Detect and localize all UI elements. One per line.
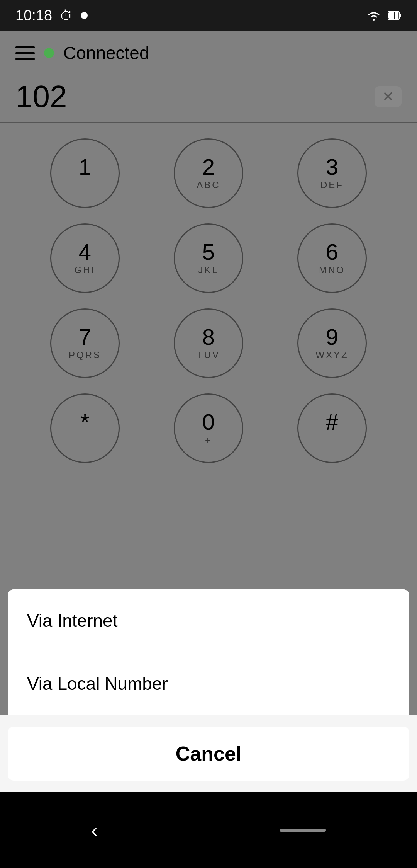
key-5[interactable]: 5 JKL [174,223,243,293]
keypad-row-3: 7 PQRS 8 TUV 9 WXYZ [23,308,394,378]
cancel-button[interactable]: Cancel [8,727,409,781]
svg-rect-2 [399,14,401,17]
key-0[interactable]: 0 + [174,393,243,463]
via-local-number-option[interactable]: Via Local Number [8,652,409,715]
dialer-display: 102 [15,79,375,114]
backspace-button[interactable]: ✕ [375,86,402,107]
key-8[interactable]: 8 TUV [174,308,243,378]
backspace-icon: ✕ [382,89,394,105]
key-3[interactable]: 3 DEF [297,138,367,208]
back-button[interactable]: ‹ [91,819,98,841]
key-hash[interactable]: # [297,393,367,463]
timer-icon: ⏱ [60,8,73,23]
bottom-sheet: Via Internet Via Local Number [0,589,417,715]
key-1[interactable]: 1 [50,138,120,208]
nav-bar: ‹ [0,792,417,868]
key-star[interactable]: * [50,393,120,463]
dialer-input-area: 102 ✕ [0,75,417,123]
svg-rect-3 [388,12,398,19]
keypad-row-4: * 0 + # [23,393,394,463]
keypad: 1 2 ABC 3 DEF 4 GHI 5 JKL 6 [0,123,417,494]
keypad-row-1: 1 2 ABC 3 DEF [23,138,394,208]
key-7[interactable]: 7 PQRS [50,308,120,378]
key-9[interactable]: 9 WXYZ [297,308,367,378]
via-internet-label: Via Internet [27,611,117,631]
wifi-icon [366,10,381,21]
connection-indicator [44,48,54,58]
key-2[interactable]: 2 ABC [174,138,243,208]
via-internet-option[interactable]: Via Internet [8,589,409,652]
status-bar: 10:18 ⏱ [0,0,417,31]
via-local-number-label: Via Local Number [27,674,168,694]
call-options-container: Via Internet Via Local Number [8,589,409,715]
status-icons-right [366,10,402,21]
status-left: 10:18 ⏱ [15,7,88,24]
connection-status: Connected [63,43,149,63]
status-time: 10:18 [15,7,52,24]
keypad-row-2: 4 GHI 5 JKL 6 MNO [23,223,394,293]
app-area: Connected 102 ✕ 1 2 ABC 3 DEF [0,31,417,715]
home-indicator[interactable] [280,829,326,832]
top-bar: Connected [0,31,417,75]
battery-icon [388,10,402,21]
svg-point-0 [373,19,375,21]
dot-indicator [81,12,88,19]
key-6[interactable]: 6 MNO [297,223,367,293]
hamburger-menu[interactable] [15,46,35,60]
key-4[interactable]: 4 GHI [50,223,120,293]
cancel-area: Cancel [0,715,417,792]
